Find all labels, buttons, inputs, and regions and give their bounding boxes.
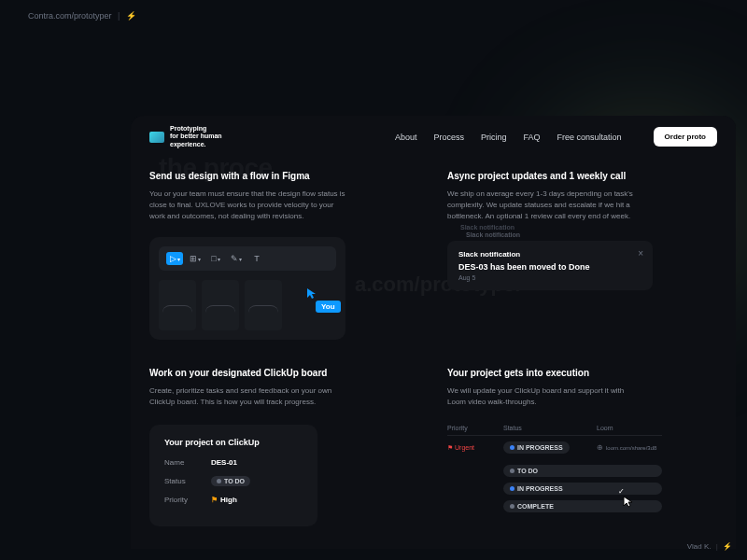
nav-pricing[interactable]: Pricing bbox=[481, 133, 507, 142]
figma-toolbar: ▷▾ ⊞▾ □▾ ✎▾ T bbox=[159, 246, 336, 271]
slack-ghost-text: Slack notification bbox=[460, 224, 514, 231]
nav-consult[interactable]: Free consultation bbox=[557, 133, 622, 142]
navbar: Prototyping for better human experience.… bbox=[131, 116, 736, 158]
status-option-inprogress[interactable]: IN PROGRESS bbox=[503, 483, 662, 495]
browser-url-bar: Contra.com/prototyper | ⚡ bbox=[28, 11, 136, 21]
slack-notification-card: Slack notification Slack notification Sl… bbox=[447, 241, 653, 290]
pen-tool-icon[interactable]: ✎▾ bbox=[228, 252, 245, 265]
figma-panel: ▷▾ ⊞▾ □▾ ✎▾ T You bbox=[149, 237, 345, 340]
frame-tool-icon[interactable]: ⊞▾ bbox=[187, 252, 204, 265]
credit-icon: ⚡ bbox=[723, 542, 732, 551]
order-proto-button[interactable]: Order proto bbox=[654, 127, 717, 147]
table-header: Priority Status Loom bbox=[447, 421, 662, 436]
cursor-label: You bbox=[316, 301, 341, 313]
table-row: ⚑Urgent IN PROGRESS loom.com/share/3d8 bbox=[447, 436, 662, 459]
move-tool-icon[interactable]: ▷▾ bbox=[166, 252, 183, 265]
text-tool-icon[interactable]: T bbox=[248, 252, 265, 265]
slack-title: Slack notification bbox=[458, 250, 641, 259]
figma-frame[interactable] bbox=[159, 280, 196, 330]
cursor-icon bbox=[623, 496, 634, 512]
status-option-complete[interactable]: COMPLETE bbox=[503, 500, 662, 512]
browser-url: Contra.com/prototyper bbox=[28, 11, 112, 21]
section-body: Create, prioritize tasks and send feedba… bbox=[149, 385, 345, 408]
section-title: Your project gets into execution bbox=[447, 368, 717, 378]
slack-date: Aug 5 bbox=[458, 274, 641, 281]
nav-about[interactable]: About bbox=[395, 133, 417, 142]
clickup-priority-row: Priority ⚑High bbox=[164, 496, 303, 504]
close-icon[interactable]: × bbox=[638, 248, 643, 259]
shape-tool-icon[interactable]: □▾ bbox=[207, 252, 224, 265]
author-credit: Vlad K. | ⚡ bbox=[687, 542, 732, 551]
nav-faq[interactable]: FAQ bbox=[523, 133, 540, 142]
clickup-name-row: Name DES-01 bbox=[164, 458, 303, 467]
section-execution: Your project gets into execution We will… bbox=[447, 368, 717, 526]
status-table: Priority Status Loom ⚑Urgent IN PROGRESS… bbox=[447, 421, 662, 512]
section-body: We will update your ClickUp board and su… bbox=[447, 385, 643, 408]
collaborator-cursor: You bbox=[306, 287, 317, 301]
clickup-status-row: Status TO DO bbox=[164, 476, 303, 486]
section-body: We ship on average every 1-3 days depend… bbox=[447, 189, 643, 222]
figma-frames: You bbox=[159, 280, 336, 330]
app-window: the proce Prototyping for better human e… bbox=[131, 116, 736, 549]
content-grid: Send us design with a flow in Figma You … bbox=[131, 158, 736, 539]
clickup-heading: Your project on ClickUp bbox=[164, 438, 303, 447]
logo-text: Prototyping for better human experience. bbox=[170, 125, 222, 148]
loom-link[interactable]: loom.com/share/3d8 bbox=[597, 443, 662, 452]
status-dropdown: TO DO IN PROGRESS COMPLETE ✓ bbox=[447, 465, 662, 512]
section-figma: Send us design with a flow in Figma You … bbox=[149, 171, 419, 340]
logo-icon bbox=[149, 132, 164, 143]
section-title: Async project updates and 1 weekly call bbox=[447, 171, 717, 181]
priority-urgent: ⚑Urgent bbox=[447, 444, 503, 452]
section-clickup: Work on your designated ClickUp board Cr… bbox=[149, 368, 419, 526]
flag-icon: ⚑ bbox=[211, 496, 218, 504]
nav-links: About Process Pricing FAQ Free consultat… bbox=[395, 133, 622, 142]
logo[interactable]: Prototyping for better human experience. bbox=[149, 125, 222, 148]
section-async: Async project updates and 1 weekly call … bbox=[447, 171, 717, 340]
figma-frame[interactable] bbox=[245, 280, 282, 330]
clickup-card: Your project on ClickUp Name DES-01 Stat… bbox=[149, 425, 317, 526]
browser-icon: ⚡ bbox=[126, 11, 136, 21]
status-badge[interactable]: TO DO bbox=[211, 476, 250, 486]
slack-ghost-text: Slack notification bbox=[466, 231, 520, 238]
status-pill-inprogress[interactable]: IN PROGRESS bbox=[503, 441, 570, 454]
slack-message: DES-03 has been moved to Done bbox=[458, 262, 641, 272]
nav-process[interactable]: Process bbox=[433, 133, 464, 142]
section-title: Work on your designated ClickUp board bbox=[149, 368, 419, 378]
section-body: You or your team must ensure that the de… bbox=[149, 189, 345, 222]
section-title: Send us design with a flow in Figma bbox=[149, 171, 419, 181]
flag-icon: ⚑ bbox=[447, 444, 453, 452]
check-icon: ✓ bbox=[618, 487, 625, 496]
status-option-todo[interactable]: TO DO bbox=[503, 465, 662, 477]
figma-frame[interactable] bbox=[202, 280, 239, 330]
